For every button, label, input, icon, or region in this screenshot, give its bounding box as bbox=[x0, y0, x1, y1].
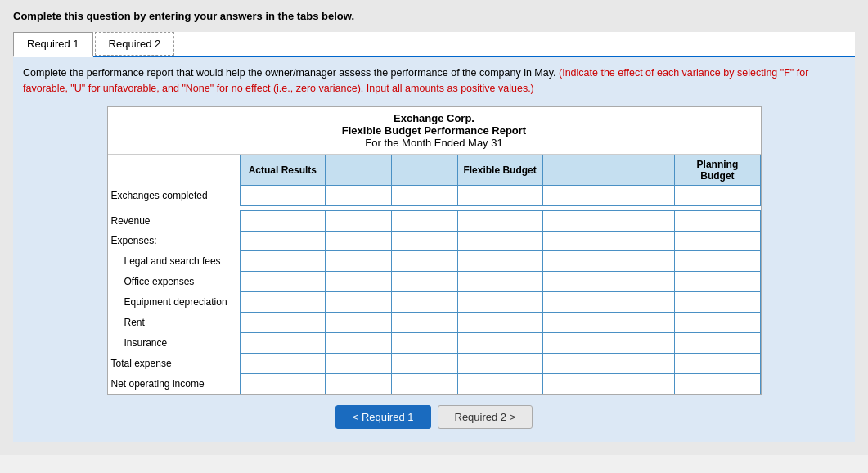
header-flexible: Flexible Budget bbox=[457, 155, 542, 185]
table-row: Expenses: bbox=[108, 231, 761, 250]
input-var2-type[interactable] bbox=[609, 332, 675, 353]
input-plan[interactable] bbox=[675, 353, 760, 373]
report-title: Flexible Budget Performance Report bbox=[108, 124, 761, 137]
input-plan[interactable] bbox=[675, 312, 760, 332]
row-label: Equipment depreciation bbox=[108, 291, 241, 312]
input-actual[interactable] bbox=[240, 210, 325, 231]
next-button[interactable]: Required 2 > bbox=[438, 405, 533, 429]
input-var1-type[interactable] bbox=[391, 312, 457, 332]
input-var1-amount[interactable] bbox=[325, 210, 391, 231]
table-row: Exchanges completed bbox=[108, 185, 761, 205]
input-plan[interactable] bbox=[675, 291, 760, 312]
input-exchanges-actual[interactable] bbox=[240, 185, 325, 205]
header-var1-amount bbox=[325, 155, 391, 185]
input-plan[interactable] bbox=[675, 250, 760, 271]
row-label: Legal and search fees bbox=[108, 250, 241, 271]
input-var1-type[interactable] bbox=[391, 353, 457, 373]
report-header: Exchange Corp. Flexible Budget Performan… bbox=[108, 107, 761, 155]
input-plan[interactable] bbox=[675, 210, 760, 231]
input-var1-amount[interactable] bbox=[325, 373, 391, 394]
header-var1-type bbox=[391, 155, 457, 185]
input-plan[interactable] bbox=[675, 332, 760, 353]
row-label: Net operating income bbox=[108, 373, 241, 394]
table-row: Office expenses bbox=[108, 271, 761, 291]
input-var2-amount[interactable] bbox=[542, 353, 609, 373]
row-label: Total expense bbox=[108, 353, 241, 373]
empty-header bbox=[108, 155, 241, 185]
input-var2-amount[interactable] bbox=[542, 250, 609, 271]
input-exchanges-var1 bbox=[325, 185, 391, 205]
input-flex[interactable] bbox=[457, 312, 542, 332]
input-var1-amount[interactable] bbox=[325, 250, 391, 271]
input-var1-type[interactable] bbox=[391, 250, 457, 271]
input-var2-type[interactable] bbox=[609, 291, 675, 312]
input-var1-amount[interactable] bbox=[325, 271, 391, 291]
table-row: Total expense bbox=[108, 353, 761, 373]
prev-button[interactable]: < Required 1 bbox=[335, 405, 431, 429]
input-exchanges-var2 bbox=[542, 185, 609, 205]
cell-var2 bbox=[542, 231, 609, 250]
input-actual[interactable] bbox=[240, 271, 325, 291]
table-row: Rent bbox=[108, 312, 761, 332]
row-label: Revenue bbox=[108, 210, 241, 231]
input-var1-type[interactable] bbox=[391, 373, 457, 394]
row-label: Insurance bbox=[108, 332, 241, 353]
input-var2-amount[interactable] bbox=[542, 291, 609, 312]
tab-required2[interactable]: Required 2 bbox=[95, 32, 175, 56]
tab-required1[interactable]: Required 1 bbox=[13, 32, 93, 57]
header-planning: Planning Budget bbox=[675, 155, 760, 185]
table-row: Revenue bbox=[108, 210, 761, 231]
bottom-navigation: < Required 1 Required 2 > bbox=[23, 405, 845, 429]
input-actual[interactable] bbox=[240, 332, 325, 353]
input-var1-type[interactable] bbox=[391, 271, 457, 291]
cell-var1 bbox=[325, 231, 391, 250]
input-var2-amount[interactable] bbox=[542, 271, 609, 291]
input-var2-type[interactable] bbox=[609, 373, 675, 394]
input-actual[interactable] bbox=[240, 250, 325, 271]
input-actual[interactable] bbox=[240, 312, 325, 332]
input-plan[interactable] bbox=[675, 373, 760, 394]
input-var1-amount[interactable] bbox=[325, 312, 391, 332]
input-exchanges-var1b bbox=[391, 185, 457, 205]
header-var2-amount bbox=[542, 155, 609, 185]
cell-var1b bbox=[391, 231, 457, 250]
input-var1-amount[interactable] bbox=[325, 332, 391, 353]
description-text: Complete the performance report that wou… bbox=[23, 65, 845, 97]
row-label-exchanges: Exchanges completed bbox=[108, 185, 241, 205]
row-label: Office expenses bbox=[108, 271, 241, 291]
input-plan[interactable] bbox=[675, 271, 760, 291]
cell-var2b bbox=[609, 231, 675, 250]
input-var2-type[interactable] bbox=[609, 353, 675, 373]
input-flex[interactable] bbox=[457, 210, 542, 231]
input-exchanges-flex[interactable] bbox=[457, 185, 542, 205]
input-flex[interactable] bbox=[457, 353, 542, 373]
table-row: Insurance bbox=[108, 332, 761, 353]
input-var1-type[interactable] bbox=[391, 332, 457, 353]
input-flex[interactable] bbox=[457, 291, 542, 312]
input-flex[interactable] bbox=[457, 250, 542, 271]
table-row: Equipment depreciation bbox=[108, 291, 761, 312]
row-label: Rent bbox=[108, 312, 241, 332]
input-var1-amount[interactable] bbox=[325, 353, 391, 373]
input-var2-amount[interactable] bbox=[542, 312, 609, 332]
input-var2-type[interactable] bbox=[609, 312, 675, 332]
input-exchanges-var2b bbox=[609, 185, 675, 205]
input-flex[interactable] bbox=[457, 271, 542, 291]
input-var1-type[interactable] bbox=[391, 210, 457, 231]
input-actual[interactable] bbox=[240, 291, 325, 312]
input-var2-type[interactable] bbox=[609, 271, 675, 291]
input-var2-amount[interactable] bbox=[542, 373, 609, 394]
cell-actual bbox=[240, 231, 325, 250]
input-var2-amount[interactable] bbox=[542, 332, 609, 353]
input-actual[interactable] bbox=[240, 373, 325, 394]
input-var2-type[interactable] bbox=[609, 210, 675, 231]
input-var1-type[interactable] bbox=[391, 291, 457, 312]
input-flex[interactable] bbox=[457, 332, 542, 353]
input-flex[interactable] bbox=[457, 373, 542, 394]
input-var2-type[interactable] bbox=[609, 250, 675, 271]
input-exchanges-plan[interactable] bbox=[675, 185, 760, 205]
input-var2-amount[interactable] bbox=[542, 210, 609, 231]
input-var1-amount[interactable] bbox=[325, 291, 391, 312]
report-date: For the Month Ended May 31 bbox=[108, 137, 761, 149]
input-actual[interactable] bbox=[240, 353, 325, 373]
